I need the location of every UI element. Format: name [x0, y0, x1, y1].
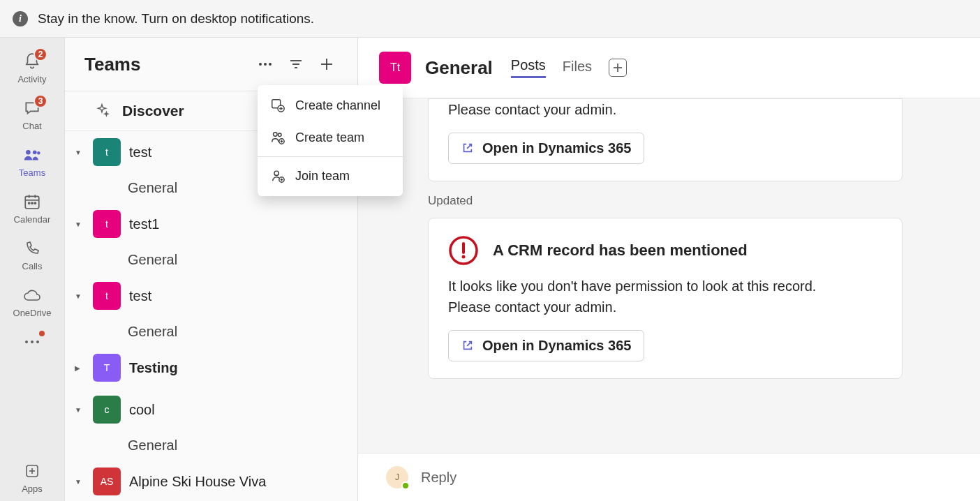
rail-calendar-label: Calendar	[14, 214, 51, 225]
rail-teams[interactable]: Teams	[4, 138, 60, 185]
crm-card-partial-body: Please contact your admin.	[448, 99, 882, 120]
caret-icon: ▼	[75, 406, 84, 414]
rail-onedrive[interactable]: OneDrive	[4, 278, 60, 325]
team-avatar: AS	[93, 468, 121, 495]
caret-icon: ▼	[75, 220, 84, 228]
teams-add-button[interactable]	[314, 52, 339, 77]
notification-bar: i Stay in the know. Turn on desktop noti…	[0, 0, 980, 38]
teams-filter-button[interactable]	[283, 52, 309, 77]
svg-point-42	[462, 255, 466, 259]
svg-point-7	[29, 202, 30, 204]
channel-tabs: Posts Files	[511, 57, 627, 78]
team-avatar: t	[93, 210, 121, 238]
rail-calls-label: Calls	[22, 261, 43, 271]
open-dynamics-label: Open in Dynamics 365	[482, 140, 631, 156]
rail-calendar[interactable]: Calendar	[4, 185, 60, 232]
teams-add-menu: Create channel Create team Join team	[258, 85, 403, 196]
menu-create-channel[interactable]: Create channel	[258, 89, 403, 121]
svg-point-1	[33, 150, 37, 154]
rail-chat-label: Chat	[22, 121, 41, 131]
more-notification-dot	[39, 331, 45, 336]
svg-point-17	[264, 63, 267, 66]
activity-badge: 2	[34, 47, 47, 61]
rail-more[interactable]	[4, 325, 60, 359]
team-row[interactable]: ▼ t test1	[65, 203, 357, 245]
menu-create-team-label: Create team	[295, 130, 364, 145]
menu-join-team-label: Join team	[295, 169, 350, 184]
cloud-icon	[22, 285, 42, 305]
svg-point-29	[278, 133, 281, 137]
phone-icon	[22, 239, 42, 258]
menu-create-team[interactable]: Create team	[258, 121, 403, 154]
svg-point-9	[34, 202, 36, 204]
calendar-icon	[22, 192, 42, 211]
team-name: test	[129, 144, 151, 160]
menu-join-team[interactable]: Join team	[258, 160, 403, 192]
sparkle-icon	[94, 103, 111, 119]
app-rail: 2 Activity 3 Chat Teams Calendar	[0, 38, 65, 501]
caret-icon: ▶	[75, 364, 84, 372]
svg-point-33	[274, 171, 279, 175]
rail-chat[interactable]: 3 Chat	[4, 91, 60, 138]
channel-avatar: Tt	[379, 52, 411, 84]
svg-point-0	[26, 150, 31, 155]
teams-more-button[interactable]	[253, 52, 278, 77]
caret-icon: ▼	[75, 478, 84, 486]
open-dynamics-label: Open in Dynamics 365	[482, 338, 631, 354]
rail-apps[interactable]: Apps	[4, 454, 60, 501]
channel-title: General	[425, 57, 493, 79]
tab-files[interactable]: Files	[563, 59, 592, 77]
team-avatar: T	[93, 354, 121, 382]
crm-card: A CRM record has been mentioned It looks…	[428, 218, 903, 379]
svg-point-12	[36, 341, 39, 343]
external-link-icon	[461, 339, 475, 353]
team-row[interactable]: ▼ t test	[65, 275, 357, 317]
crm-card-title: A CRM record has been mentioned	[493, 241, 748, 260]
apps-icon	[22, 461, 42, 481]
svg-point-2	[37, 151, 40, 154]
external-link-icon	[461, 142, 475, 156]
rail-apps-label: Apps	[22, 484, 43, 494]
open-dynamics-button[interactable]: Open in Dynamics 365	[448, 330, 644, 361]
svg-point-8	[31, 202, 33, 204]
caret-icon: ▼	[75, 149, 84, 156]
open-dynamics-button[interactable]: Open in Dynamics 365	[448, 133, 644, 164]
team-name: cool	[129, 402, 155, 418]
rail-calls[interactable]: Calls	[4, 232, 60, 278]
menu-separator	[258, 156, 403, 157]
info-icon: i	[13, 11, 28, 27]
add-tab-button[interactable]	[609, 59, 627, 77]
team-name: test	[129, 288, 151, 304]
svg-line-43	[467, 341, 471, 345]
channel-header: Tt General Posts Files	[358, 38, 980, 98]
menu-create-channel-label: Create channel	[295, 98, 380, 113]
team-row[interactable]: ▼ AS Alpine Ski House Viva	[65, 461, 357, 501]
team-avatar: c	[93, 396, 121, 424]
reply-bar[interactable]: J Reply	[358, 453, 980, 501]
rail-activity[interactable]: 2 Activity	[4, 45, 60, 91]
team-row[interactable]: ▼ c cool	[65, 389, 357, 431]
team-row[interactable]: ▶ T Testing	[65, 347, 357, 389]
warning-icon	[448, 235, 479, 266]
rail-activity-label: Activity	[17, 74, 46, 84]
channel-row[interactable]: General	[65, 245, 357, 275]
teams-pane: Teams Discover ▼ t testGeneral▼ t test1G…	[65, 38, 358, 501]
posts-body[interactable]: Please contact your admin. Open in Dynam…	[358, 98, 980, 453]
create-team-icon	[270, 130, 285, 145]
tab-posts[interactable]: Posts	[511, 57, 546, 78]
teams-pane-header: Teams	[65, 38, 357, 91]
channel-row[interactable]: General	[65, 431, 357, 461]
content-area: Tt General Posts Files Please contact yo…	[358, 38, 980, 501]
svg-line-39	[467, 144, 471, 148]
notification-text: Stay in the know. Turn on desktop notifi…	[38, 11, 314, 27]
team-name: test1	[129, 216, 159, 232]
svg-point-16	[259, 63, 262, 66]
reply-avatar: J	[386, 466, 408, 488]
crm-card-body: It looks like you don't have permission …	[448, 276, 882, 317]
channel-row[interactable]: General	[65, 317, 357, 347]
caret-icon: ▼	[75, 292, 84, 300]
create-channel-icon	[270, 98, 285, 113]
svg-point-11	[31, 341, 34, 343]
discover-label: Discover	[122, 103, 184, 119]
team-avatar: t	[93, 282, 121, 310]
